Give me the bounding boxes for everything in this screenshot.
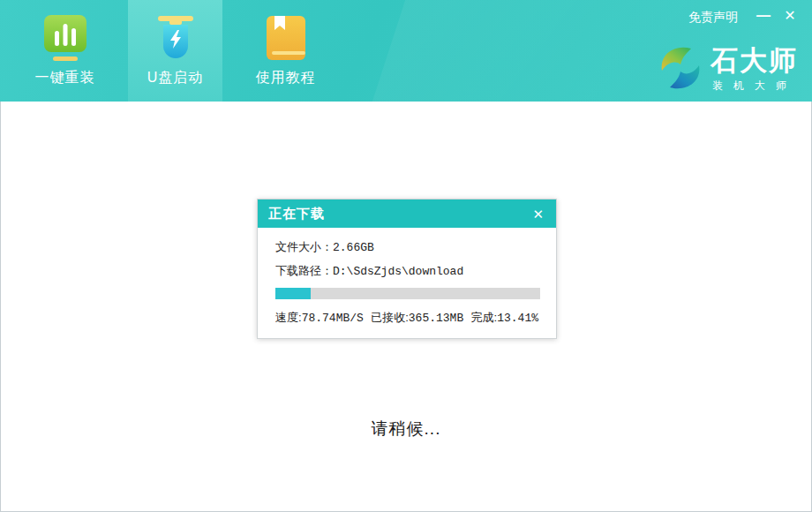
download-stats-row: 速度:78.74MB/S 已接收:365.13MB 完成:13.41% <box>275 310 538 326</box>
s-swirl-logo-icon <box>658 42 703 97</box>
dialog-titlebar: 正在下载 ✕ <box>258 200 556 228</box>
close-button[interactable]: ✕ <box>778 5 801 26</box>
please-wait-text: 请稍候... <box>1 418 811 440</box>
book-icon <box>262 12 310 64</box>
header: 一键重装 U盘启动 <box>0 0 812 102</box>
brand-text: 石大师 装机大师 <box>710 46 798 94</box>
done-stat: 完成:13.41% <box>471 310 538 326</box>
tab-usb-boot[interactable]: U盘启动 <box>128 0 222 102</box>
tab-label: 使用教程 <box>256 69 316 87</box>
dialog-title: 正在下载 <box>268 206 529 222</box>
file-size-label: 文件大小： <box>275 240 333 253</box>
file-size-value: 2.66GB <box>333 241 374 254</box>
chart-bars-icon <box>41 12 89 64</box>
file-size-row: 文件大小：2.66GB <box>275 239 538 255</box>
usb-boot-icon <box>152 12 199 64</box>
dialog-body: 文件大小：2.66GB 下载路径：D:\SdsZjds\download 速度:… <box>258 228 556 338</box>
dialog-close-icon[interactable]: ✕ <box>529 206 547 222</box>
download-dialog: 正在下载 ✕ 文件大小：2.66GB 下载路径：D:\SdsZjds\downl… <box>257 199 557 339</box>
speed-stat: 速度:78.74MB/S <box>275 310 364 326</box>
main-content: 正在下载 ✕ 文件大小：2.66GB 下载路径：D:\SdsZjds\downl… <box>0 102 812 512</box>
app-window: 一键重装 U盘启动 <box>0 0 812 512</box>
tab-one-key-reinstall[interactable]: 一键重装 <box>18 0 112 102</box>
minimize-button[interactable]: — <box>752 5 775 26</box>
download-path-row: 下载路径：D:\SdsZjds\download <box>275 263 538 279</box>
brand-logo: 石大师 装机大师 <box>658 42 798 97</box>
progress-bar-fill <box>275 288 311 299</box>
tab-label: 一键重装 <box>35 69 95 87</box>
brand-name: 石大师 <box>710 46 798 76</box>
received-stat: 已接收:365.13MB <box>371 310 463 326</box>
disclaimer-link[interactable]: 免责声明 <box>688 10 738 26</box>
tab-bar: 一键重装 U盘启动 <box>18 0 349 102</box>
progress-bar-track <box>275 288 540 299</box>
download-path-label: 下载路径： <box>275 264 333 277</box>
tab-label: U盘启动 <box>147 69 204 87</box>
tab-tutorial[interactable]: 使用教程 <box>238 0 333 102</box>
brand-subtitle: 装机大师 <box>710 79 798 94</box>
download-path-value: D:\SdsZjds\download <box>333 265 463 278</box>
